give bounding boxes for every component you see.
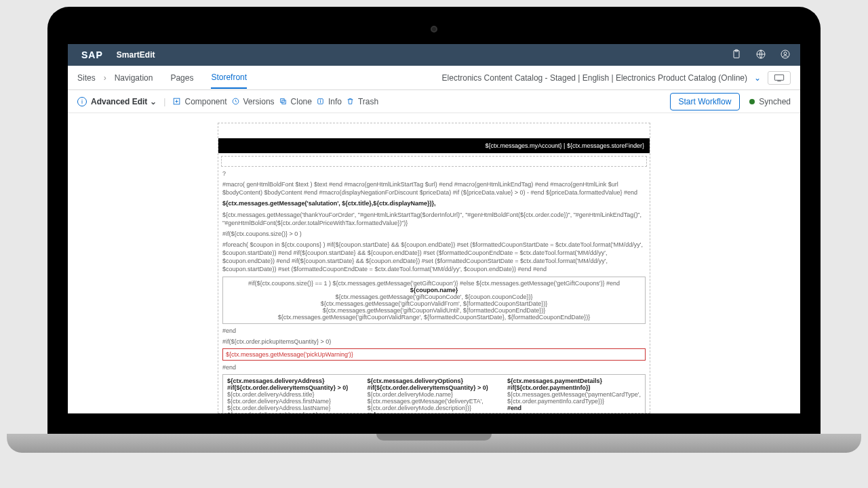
- device-preview-button[interactable]: [768, 71, 791, 85]
- app-title: SmartEdit: [117, 50, 155, 60]
- template-text: #macro( genHtmlBoldFont $text ) $text #e…: [222, 180, 646, 197]
- template-text: #if(${ctx.order.deliveryItemsQuantity} >…: [227, 384, 359, 391]
- template-text: ?: [222, 169, 646, 178]
- svg-rect-5: [774, 75, 783, 80]
- template-text: ${coupon.name}: [226, 287, 642, 293]
- template-text: ${ctx.messages.getMessage('giftCouponVal…: [226, 300, 642, 307]
- email-template-frame: ${ctx.messages.myAccount} | ${ctx.messag…: [218, 123, 650, 413]
- template-text: #else: [367, 411, 498, 413]
- delivery-options-col: ${ctx.messages.deliveryOptions} #if(${ct…: [363, 375, 502, 413]
- sync-status: Synched: [749, 97, 791, 106]
- svg-rect-11: [280, 99, 283, 102]
- breadcrumb-storefront[interactable]: Storefront: [211, 73, 247, 89]
- template-text: #end: [222, 363, 646, 371]
- template-text: #if(${ctx.order.deliveryItemsQuantity} >…: [367, 384, 498, 391]
- app-screen: SAP SmartEdit Sites › Navigation Pages S…: [68, 44, 800, 413]
- globe-icon[interactable]: [755, 49, 766, 61]
- template-text: ${ctx.order.deliveryAddress.firstName}: [227, 398, 359, 405]
- info-button[interactable]: Info: [316, 97, 342, 106]
- template-text: #end: [222, 327, 646, 335]
- template-text: #if(${ctx.order.pickupItemsQuantity} > 0…: [222, 338, 646, 346]
- trash-button[interactable]: Trash: [346, 97, 378, 106]
- svg-point-15: [320, 100, 321, 100]
- template-text: ${ctx.messages.getMessage('paymentCardTy…: [507, 391, 641, 405]
- svg-point-4: [784, 52, 787, 55]
- versions-button[interactable]: Versions: [231, 97, 275, 106]
- details-columns: ${ctx.messages.deliveryAddress} #if(${ct…: [222, 374, 646, 413]
- template-text: ${ctx.messages.getMessage('giftCouponCod…: [226, 293, 642, 300]
- laptop-camera: [431, 26, 437, 33]
- chevron-right-icon: ›: [104, 73, 106, 83]
- template-text: ${ctx.messages.getMessage('thankYouForOr…: [222, 211, 646, 227]
- template-text: #if(${ctx.coupons.size()} == 1 ) ${ctx.m…: [226, 280, 642, 287]
- chevron-down-icon[interactable]: ⌄: [754, 73, 761, 83]
- col-heading: ${ctx.messages.deliveryAddress}: [227, 378, 359, 384]
- template-text: ${ctx.messages.getMessage('deliveryETA',…: [367, 398, 498, 411]
- edit-mode-dropdown[interactable]: Advanced Edit⌄: [91, 97, 157, 106]
- svg-rect-12: [281, 100, 285, 104]
- breadcrumb-sites[interactable]: Sites: [77, 73, 96, 83]
- sync-dot-icon: [749, 99, 755, 104]
- template-text: #end: [507, 405, 641, 411]
- chevron-down-icon: ⌄: [150, 97, 157, 106]
- component-button[interactable]: Component: [172, 97, 226, 106]
- template-text: ${ctx.order.deliveryAddress.lastName}: [227, 405, 359, 411]
- template-text: ${ctx.order.deliveryAddress.title}: [227, 391, 359, 398]
- storefront-preview: ${ctx.messages.myAccount} | ${ctx.messag…: [68, 113, 800, 413]
- sap-logo: SAP: [77, 48, 107, 62]
- template-text: ${ctx.order.deliveryAddress.line1}: [227, 411, 359, 413]
- breadcrumb-navigation[interactable]: Navigation: [115, 73, 153, 83]
- global-header: SAP SmartEdit: [68, 44, 800, 66]
- clipboard-icon[interactable]: [731, 49, 742, 61]
- payment-details-col: ${ctx.messages.paymentDetails} #if(${ctx…: [503, 375, 645, 413]
- breadcrumb-bar: Sites › Navigation Pages Storefront Elec…: [68, 66, 800, 90]
- user-icon[interactable]: [780, 49, 791, 61]
- catalog-selector-label[interactable]: Electronics Content Catalog - Staged | E…: [442, 73, 747, 83]
- template-header-bar: ${ctx.messages.myAccount} | ${ctx.messag…: [218, 138, 650, 153]
- template-text: ${ctx.messages.getMessage('salutation', …: [222, 199, 646, 207]
- template-text: #if(${ctx.coupons.size()} > 0 ): [222, 230, 646, 238]
- info-icon[interactable]: i: [77, 97, 87, 106]
- delivery-address-col: ${ctx.messages.deliveryAddress} #if(${ct…: [223, 375, 363, 413]
- editor-toolbar: i Advanced Edit⌄ | Component Versions Cl…: [68, 90, 800, 113]
- template-text: ${ctx.order.deliveryMode.name}: [367, 391, 498, 398]
- pickup-warning-box: ${ctx.messages.getMessage('pickUpWarning…: [222, 348, 646, 361]
- template-text: #if(${ctx.order.paymentInfo}): [507, 384, 641, 391]
- template-text: #foreach( $coupon in ${ctx.coupons} ) #i…: [222, 241, 646, 274]
- clone-button[interactable]: Clone: [279, 97, 312, 106]
- start-workflow-button[interactable]: Start Workflow: [670, 93, 741, 110]
- col-heading: ${ctx.messages.paymentDetails}: [507, 378, 641, 384]
- col-heading: ${ctx.messages.deliveryOptions}: [367, 378, 498, 384]
- laptop-hinge: [7, 434, 861, 453]
- breadcrumb-pages[interactable]: Pages: [170, 73, 193, 83]
- coupon-box: #if(${ctx.coupons.size()} == 1 ) ${ctx.m…: [222, 277, 646, 324]
- template-text: ${ctx.messages.getMessage('giftCouponVal…: [226, 307, 642, 314]
- template-text: ${ctx.messages.getMessage('giftCouponVal…: [226, 314, 642, 321]
- empty-slot[interactable]: [221, 156, 647, 167]
